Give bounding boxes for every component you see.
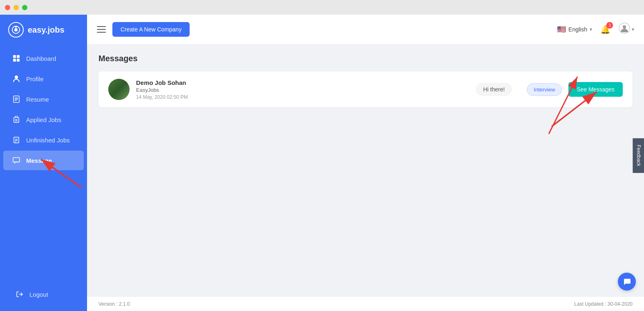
sidebar-nav: Dashboard Profile — [0, 45, 87, 278]
profile-icon — [12, 75, 20, 83]
sidebar-bottom: Logout — [0, 278, 87, 311]
svg-point-1 — [14, 28, 18, 31]
hamburger-menu[interactable] — [97, 26, 106, 33]
minimize-button[interactable] — [13, 5, 19, 10]
svg-point-7 — [15, 76, 18, 79]
message-info: Demo Job Sohan EasyJobs 14 May, 2020 02:… — [136, 79, 461, 100]
sidebar-item-profile[interactable]: Profile — [3, 69, 84, 89]
language-label: English — [568, 26, 587, 33]
see-messages-button[interactable]: See Messages — [568, 82, 623, 97]
sidebar-item-label: Message — [26, 157, 52, 164]
header-right: 🇺🇸 English ▾ 🔔 3 — [557, 22, 634, 36]
logo-text: easy.jobs — [28, 25, 65, 35]
svg-rect-6 — [17, 59, 20, 62]
logo-icon — [8, 22, 24, 38]
close-button[interactable] — [5, 5, 10, 10]
chat-bubble[interactable] — [618, 273, 636, 291]
svg-rect-4 — [17, 55, 20, 58]
message-icon — [12, 156, 20, 164]
sidebar-item-dashboard[interactable]: Dashboard — [3, 49, 84, 68]
notification-badge: 3 — [606, 22, 613, 29]
user-menu[interactable]: ▾ — [619, 22, 634, 36]
language-selector[interactable]: 🇺🇸 English ▾ — [557, 25, 592, 34]
content-area: Messages Demo Job Sohan EasyJobs 14 May,… — [87, 44, 644, 296]
svg-rect-19 — [13, 158, 20, 162]
create-company-button[interactable]: Create A New Company — [112, 22, 190, 37]
unfinished-jobs-icon — [12, 136, 20, 144]
sidebar-item-label: Resume — [26, 96, 49, 103]
page-title: Messages — [98, 54, 633, 63]
resume-icon — [12, 95, 20, 103]
svg-point-2 — [15, 26, 17, 28]
sidebar-item-logout[interactable]: Logout — [7, 284, 80, 304]
sidebar-item-label: Logout — [29, 291, 48, 298]
flag-icon: 🇺🇸 — [557, 25, 566, 34]
user-icon — [619, 22, 630, 36]
chevron-down-icon: ▾ — [590, 27, 592, 32]
message-row: Demo Job Sohan EasyJobs 14 May, 2020 02:… — [98, 71, 633, 107]
message-date: 14 May, 2020 02:50 PM — [136, 94, 461, 100]
svg-point-21 — [623, 25, 626, 29]
logout-icon — [16, 290, 24, 298]
sidebar-item-message[interactable]: Message — [3, 151, 84, 170]
svg-rect-12 — [14, 118, 19, 122]
svg-rect-15 — [14, 137, 19, 143]
message-sender-name: Demo Job Sohan — [136, 79, 461, 86]
applied-jobs-icon — [12, 116, 20, 124]
footer: Version : 2.1.0 Last Updated : 30-04-202… — [87, 296, 644, 311]
message-list: Demo Job Sohan EasyJobs 14 May, 2020 02:… — [98, 71, 633, 107]
sidebar-item-label: Profile — [26, 76, 44, 82]
sidebar-item-resume[interactable]: Resume — [3, 89, 84, 109]
chevron-down-icon: ▾ — [632, 27, 634, 32]
feedback-tab[interactable]: Feedback — [633, 138, 644, 173]
svg-rect-5 — [13, 59, 16, 62]
dashboard-icon — [12, 54, 20, 62]
message-company: EasyJobs — [136, 87, 461, 93]
version-label: Version : 2.1.0 — [98, 301, 130, 307]
sidebar-item-label: Dashboard — [26, 55, 56, 62]
maximize-button[interactable] — [22, 5, 27, 10]
sidebar: easy.jobs Dashboard — [0, 15, 87, 311]
avatar-image — [108, 79, 130, 100]
sidebar-item-unfinished-jobs[interactable]: Unfinished Jobs — [3, 130, 84, 150]
interview-badge[interactable]: Interview — [527, 83, 562, 96]
notification-button[interactable]: 🔔 3 — [600, 24, 610, 34]
sidebar-item-label: Applied Jobs — [26, 116, 61, 123]
last-updated-label: Last Updated : 30-04-2020 — [574, 301, 633, 307]
message-preview: Hi there! — [476, 83, 512, 96]
svg-rect-3 — [13, 55, 16, 58]
titlebar — [0, 0, 644, 15]
sidebar-item-applied-jobs[interactable]: Applied Jobs — [3, 110, 84, 129]
sidebar-item-label: Unfinished Jobs — [26, 137, 70, 144]
main: Create A New Company 🇺🇸 English ▾ 🔔 3 — [87, 15, 644, 311]
header: Create A New Company 🇺🇸 English ▾ 🔔 3 — [87, 15, 644, 44]
avatar — [108, 79, 130, 100]
logo: easy.jobs — [0, 15, 87, 45]
